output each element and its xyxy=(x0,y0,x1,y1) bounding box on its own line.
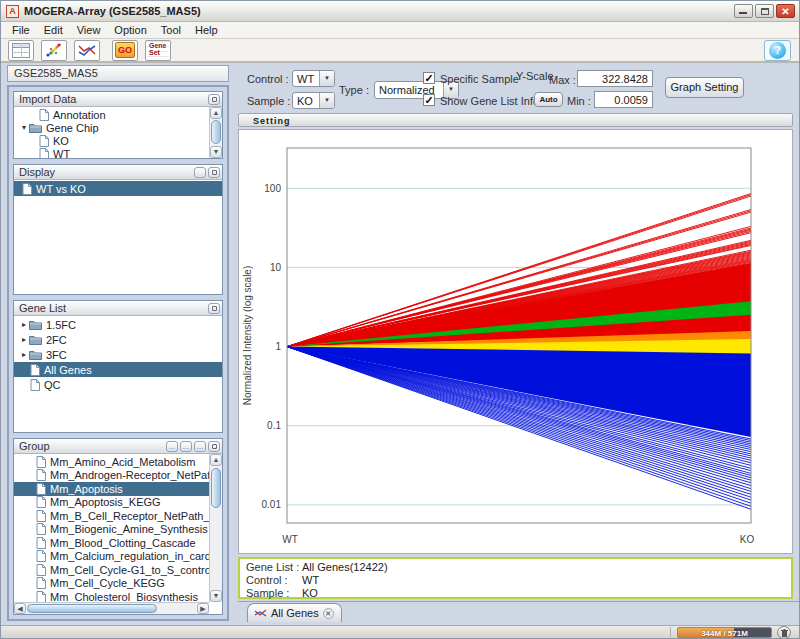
info-gene-list-label: Gene List : xyxy=(246,561,302,574)
chevron-collapsed-icon[interactable]: ▸ xyxy=(19,335,29,344)
tree-item-ko[interactable]: KO xyxy=(14,134,209,147)
file-icon xyxy=(36,510,46,522)
menu-view[interactable]: View xyxy=(70,23,108,37)
tree-item-mm-cell-cycle-g1-to-s-control-reactome[interactable]: Mm_Cell_Cycle-G1_to_S_control_Reactome xyxy=(14,563,209,577)
tree-item-label: Mm_Apoptosis_KEGG xyxy=(50,496,161,508)
menu-help[interactable]: Help xyxy=(188,23,225,37)
tree-item-label: QC xyxy=(44,379,61,391)
minimize-button[interactable] xyxy=(734,4,753,18)
tree-item-mm-blood-clotting-cascade[interactable]: Mm_Blood_Clotting_Cascade xyxy=(14,536,209,550)
gene-set-button[interactable]: Gene Set xyxy=(145,40,171,61)
sample-combo[interactable]: KO ▼ xyxy=(292,92,335,109)
scroll-up-icon[interactable]: ▲ xyxy=(210,454,222,466)
scrollbar-thumb[interactable] xyxy=(211,468,221,508)
tree-item-all-genes[interactable]: All Genes xyxy=(14,362,222,377)
tree-item-gene-chip[interactable]: ▾Gene Chip xyxy=(14,121,209,134)
scrollbar-vertical[interactable]: ▲ ▼ xyxy=(209,454,222,602)
profile-chart[interactable]: 1001010.10.01WTKONormalized Intensity (l… xyxy=(239,130,794,553)
y-tick-label: 0.1 xyxy=(267,420,281,431)
sample-label: Sample : xyxy=(247,95,290,107)
show-gene-list-info-checkbox[interactable]: ✓ xyxy=(423,94,435,106)
file-icon xyxy=(39,148,49,159)
window-title: MOGERA-Array (GSE2585_MAS5) xyxy=(24,5,201,17)
scroll-up-icon[interactable]: ▲ xyxy=(210,107,222,119)
chevron-down-icon[interactable]: ▼ xyxy=(319,71,334,86)
max-label: Max : xyxy=(549,74,576,86)
scroll-down-icon[interactable]: ▼ xyxy=(210,590,222,602)
collapse-panel-button[interactable] xyxy=(208,441,220,452)
scatter-plot-button[interactable] xyxy=(41,40,67,61)
profile-chart-panel: 1001010.10.01WTKONormalized Intensity (l… xyxy=(238,129,793,554)
chevron-down-icon[interactable]: ▼ xyxy=(319,93,334,108)
chevron-collapsed-icon[interactable]: ▸ xyxy=(19,320,29,329)
auto-button[interactable]: Auto xyxy=(534,92,563,107)
tree-item-annotation[interactable]: Annotation xyxy=(14,108,209,121)
info-sample-label: Sample : xyxy=(246,587,302,600)
graph-setting-button[interactable]: Graph Setting xyxy=(665,77,744,98)
tree-item-label: 2FC xyxy=(46,334,67,346)
display-title: Display xyxy=(19,166,55,178)
table-view-button[interactable] xyxy=(8,40,34,61)
tree-item-mm-cholesterol-biosynthesis[interactable]: Mm_Cholesterol_Biosynthesis xyxy=(14,590,209,602)
line-graph-icon xyxy=(78,42,96,58)
collapse-panel-button[interactable] xyxy=(208,167,220,178)
scrollbar-thumb[interactable] xyxy=(27,604,157,613)
tree-item-mm-apoptosis-kegg[interactable]: Mm_Apoptosis_KEGG xyxy=(14,496,209,510)
tree-item-label: Mm_B_Cell_Receptor_NetPath_12 xyxy=(50,510,209,522)
tree-item-mm-androgen-receptor-netpath-2[interactable]: Mm_Androgen-Receptor_NetPath_2 xyxy=(14,469,209,483)
tree-item-qc[interactable]: QC xyxy=(14,377,222,392)
scrollbar-vertical[interactable]: ▲ ▼ xyxy=(209,107,222,158)
tree-item-mm-calcium-regulation-in-cardiac-cells[interactable]: Mm_Calcium_regulation_in_cardiac_cells xyxy=(14,550,209,564)
dataset-tab[interactable]: GSE2585_MAS5 xyxy=(7,65,229,82)
tree-item-mm-biogenic-amine-synthesis[interactable]: Mm_Biogenic_Amine_Synthesis xyxy=(14,523,209,537)
collapse-panel-button[interactable] xyxy=(208,303,220,314)
panel-action-button[interactable] xyxy=(194,167,206,178)
specific-sample-checkbox[interactable]: ✓ xyxy=(423,72,435,84)
y-min-field[interactable]: 0.0059 xyxy=(594,91,653,108)
menu-option[interactable]: Option xyxy=(107,23,153,37)
tree-item-mm-cell-cycle-kegg[interactable]: Mm_Cell_Cycle_KEGG xyxy=(14,577,209,591)
y-tick-label: 10 xyxy=(270,262,282,273)
restore-button[interactable] xyxy=(755,4,774,18)
group-action-button[interactable]: … xyxy=(166,441,178,452)
sidebar: GSE2585_MAS5 Import Data Annotation▾Gene… xyxy=(7,65,229,621)
toolbar: GO Gene Set ? xyxy=(1,39,799,63)
y-tick-label: 0.01 xyxy=(262,499,282,510)
scroll-right-icon[interactable]: ▶ xyxy=(197,603,209,614)
chevron-collapsed-icon[interactable]: ▸ xyxy=(19,350,29,359)
help-icon: ? xyxy=(769,42,786,59)
scrollbar-horizontal[interactable]: ◀ ▶ xyxy=(14,602,209,614)
tree-item-mm-apoptosis[interactable]: Mm_Apoptosis xyxy=(14,482,209,496)
tree-item-1-5fc[interactable]: ▸1.5FC xyxy=(14,317,222,332)
y-max-field[interactable]: 322.8428 xyxy=(577,70,653,87)
menu-edit[interactable]: Edit xyxy=(37,23,70,37)
menu-file[interactable]: File xyxy=(5,23,37,37)
close-button[interactable]: ✕ xyxy=(776,4,795,18)
chevron-expanded-icon[interactable]: ▾ xyxy=(19,123,29,132)
group-action-button[interactable]: … xyxy=(180,441,192,452)
tree-item-2fc[interactable]: ▸2FC xyxy=(14,332,222,347)
tree-item-mm-b-cell-receptor-netpath-12[interactable]: Mm_B_Cell_Receptor_NetPath_12 xyxy=(14,509,209,523)
line-graph-button[interactable] xyxy=(74,40,100,61)
tree-item-3fc[interactable]: ▸3FC xyxy=(14,347,222,362)
tree-item-label: Mm_Calcium_regulation_in_cardiac_cells xyxy=(50,550,209,562)
scroll-left-icon[interactable]: ◀ xyxy=(14,603,26,614)
collapse-panel-button[interactable] xyxy=(208,94,220,105)
tab-all-genes[interactable]: All Genes ✕ xyxy=(247,603,342,622)
help-button[interactable]: ? xyxy=(764,40,791,61)
memory-gauge[interactable]: 344M / 571M xyxy=(677,627,772,638)
setting-collapsed-panel[interactable]: Setting xyxy=(238,113,793,127)
group-title: Group xyxy=(19,440,50,452)
close-icon: ✕ xyxy=(777,5,794,17)
tree-item-mm-amino-acid-metabolism[interactable]: Mm_Amino_Acid_Metabolism xyxy=(14,455,209,469)
go-analysis-button[interactable]: GO xyxy=(112,40,138,61)
tree-item-wt[interactable]: WT xyxy=(14,147,209,158)
tree-item-wt-vs-ko[interactable]: WT vs KO xyxy=(14,181,222,196)
tab-close-icon[interactable]: ✕ xyxy=(323,608,334,619)
garbage-collect-button[interactable] xyxy=(777,626,791,639)
scroll-down-icon[interactable]: ▼ xyxy=(210,146,222,158)
group-action-button[interactable]: … xyxy=(194,441,206,452)
control-combo[interactable]: WT ▼ xyxy=(292,70,335,87)
menu-tool[interactable]: Tool xyxy=(154,23,188,37)
scrollbar-thumb[interactable] xyxy=(211,120,221,144)
